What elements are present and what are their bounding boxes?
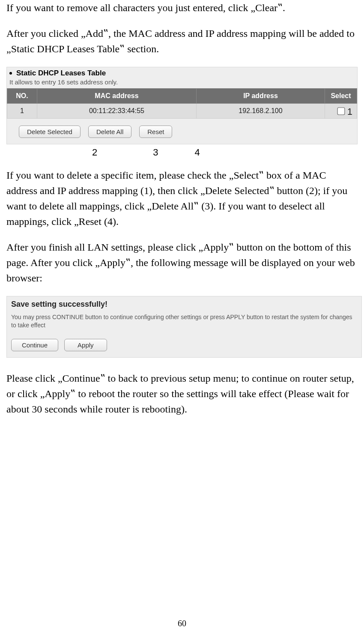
cell-select: 1 [325, 104, 357, 119]
paragraph-clear: If you want to remove all characters you… [6, 0, 358, 15]
cell-no: 1 [7, 104, 37, 119]
paragraph-continue: Please click „Continue‟ to back to previ… [6, 371, 358, 417]
save-title: Save setting successfully! [11, 300, 357, 309]
annotation-4: 4 [195, 147, 200, 158]
paragraph-apply: After you finish all LAN settings, pleas… [6, 239, 358, 286]
static-dhcp-figure: Static DHCP Leases Table It allows to en… [6, 67, 358, 144]
delete-selected-button[interactable]: Delete Selected [19, 126, 81, 138]
leases-table: NO. MAC address IP address Select 1 00:1… [7, 88, 357, 119]
table-row: 1 00:11:22:33:44:55 192.168.2.100 1 [7, 104, 357, 119]
continue-button[interactable]: Continue [11, 339, 58, 351]
figure-subtitle: It allows to entry 16 sets address only. [7, 78, 357, 88]
header-mac: MAC address [37, 89, 197, 104]
save-button-row: Continue Apply [11, 339, 357, 351]
save-message: You may press CONTINUE button to continu… [11, 313, 357, 329]
page-number: 60 [6, 619, 358, 628]
annotation-3: 3 [153, 147, 158, 158]
callout-row: 2 3 4 [6, 147, 358, 158]
table-header-row: NO. MAC address IP address Select [7, 89, 357, 104]
select-checkbox[interactable] [337, 108, 345, 115]
save-figure: Save setting successfully! You may press… [6, 296, 362, 358]
header-no: NO. [7, 89, 37, 104]
paragraph-delete: If you want to delete a specific item, p… [6, 167, 358, 229]
paragraph-add: After you clicked „Add‟, the MAC address… [6, 26, 358, 57]
header-ip: IP address [196, 89, 325, 104]
cell-mac: 00:11:22:33:44:55 [37, 104, 197, 119]
button-row: Delete Selected Delete All Reset [7, 119, 357, 144]
cell-ip: 192.168.2.100 [196, 104, 325, 119]
apply-button[interactable]: Apply [64, 339, 107, 351]
bullet-icon [9, 72, 12, 75]
annotation-2: 2 [92, 147, 97, 158]
figure-title: Static DHCP Leases Table [16, 69, 106, 78]
reset-button[interactable]: Reset [139, 126, 172, 138]
annotation-1: 1 [347, 106, 352, 117]
header-select: Select [325, 89, 357, 104]
delete-all-button[interactable]: Delete All [88, 126, 131, 138]
